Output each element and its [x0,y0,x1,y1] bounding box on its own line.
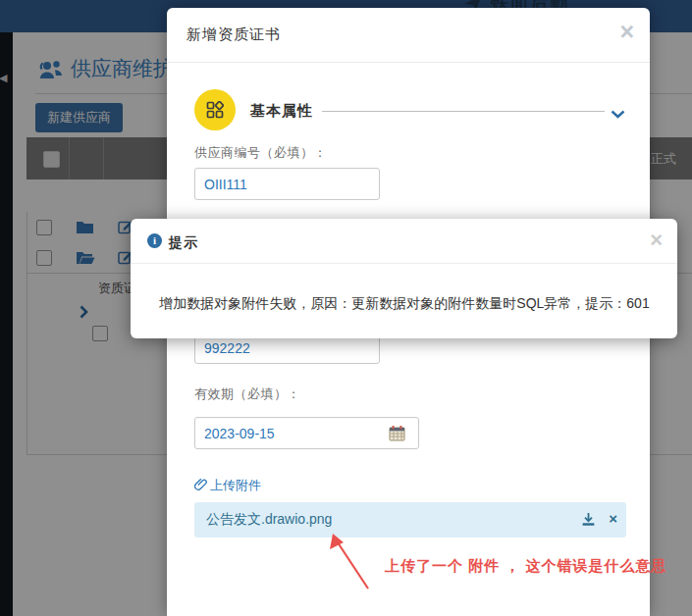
calendar-icon[interactable] [389,425,405,445]
supplier-code-label: 供应商编号（必填）： [194,144,327,162]
annotation-text: 上传了一个 附件 ， 这个错误是什么意思 [385,557,667,576]
alert-message: 增加数据对象附件失败，原因：更新数据对象的附件数量时SQL异常，提示：601 [154,295,655,313]
close-icon[interactable]: × [619,20,634,44]
attachment-item: 公告发文.drawio.png × [194,502,626,538]
close-icon[interactable]: × [650,228,663,253]
app-root: 铁面后勤 ◀ 供应商维护 新建供应商 正式 [0,0,692,616]
upload-link-text: 上传附件 [210,478,261,492]
attachment-filename: 公告发文.drawio.png [206,511,332,529]
alert-header: i 提示 × [131,219,677,264]
annotation-arrow [324,530,385,596]
remove-attachment-icon[interactable]: × [609,510,617,527]
modal-header: 新增资质证书 × [167,8,650,63]
upload-attachment-link[interactable]: 上传附件 [194,477,261,494]
section-badge [194,89,236,130]
modal-title: 新增资质证书 [186,26,281,44]
section-divider [322,111,605,112]
validity-label: 有效期（必填）： [194,385,300,403]
alert-title: 提示 [169,234,198,252]
alert-dialog: i 提示 × 增加数据对象附件失败，原因：更新数据对象的附件数量时SQL异常，提… [131,219,677,338]
validity-date-input[interactable] [194,417,419,449]
blocks-icon [206,101,224,119]
supplier-code-input[interactable] [194,168,380,200]
paperclip-icon [194,478,207,491]
info-icon: i [147,233,162,248]
date-field [194,417,411,449]
download-icon[interactable] [581,512,596,531]
section-title: 基本属性 [250,102,313,121]
chevron-down-icon[interactable] [611,105,625,123]
